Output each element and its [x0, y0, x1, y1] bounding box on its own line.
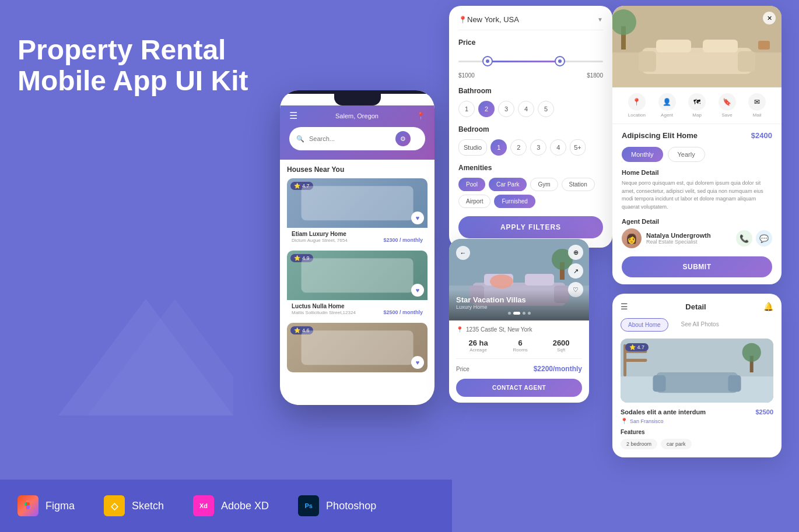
stats-row: 26 ha Acreage 6 Rooms 2600 Sqft: [456, 339, 582, 359]
bathroom-2[interactable]: 2: [478, 101, 495, 117]
houses-section-title: Houses Near You: [287, 165, 427, 174]
amenities-grid: Pool Car Park Gym Station Airport Furnis…: [458, 178, 603, 208]
price-max: $1800: [587, 72, 603, 79]
sqft-label: Sqft: [553, 347, 570, 353]
left-section: Property RentalMobile App UI Kit: [17, 35, 262, 108]
hamburger-icon[interactable]: ☰: [289, 110, 297, 121]
xd-tool: Xd Adobe XD: [193, 495, 269, 516]
property-img-3: ⭐ 4.6 ♥: [287, 323, 427, 372]
main-title: Property RentalMobile App UI Kit: [17, 35, 262, 97]
bathroom-1[interactable]: 1: [458, 101, 475, 117]
bedroom-2[interactable]: 2: [510, 139, 527, 156]
detail-location: 📍 1235 Castle St, New York: [456, 326, 582, 333]
amenity-gym[interactable]: Gym: [530, 178, 558, 191]
svg-point-10: [490, 274, 513, 288]
property-img-2: ⭐ 4.9 ♥: [287, 251, 427, 300]
rental-period-tabs: Monthly Yearly: [622, 147, 772, 162]
loc-pin-icon: 📍: [456, 326, 463, 333]
about-home-tab[interactable]: About Home: [621, 318, 668, 332]
share-btn[interactable]: ↗: [568, 263, 583, 279]
property-card-b-image: ⭐ 4.7: [621, 339, 773, 403]
amenity-pool[interactable]: Pool: [458, 178, 485, 191]
see-photos-tab[interactable]: See All Photos: [674, 318, 726, 332]
location-pin-icon: 📍: [416, 112, 425, 120]
price-slider[interactable]: [458, 52, 603, 70]
bathroom-4[interactable]: 4: [518, 101, 534, 117]
bedroom-studio[interactable]: Studio: [458, 139, 487, 156]
phone-search-bar[interactable]: 🔍 ⚙: [289, 127, 425, 150]
bedroom-1[interactable]: 1: [490, 139, 507, 156]
svg-rect-17: [738, 51, 755, 72]
figma-tool: Figma: [17, 495, 75, 516]
phone-content: Houses Near You ⭐ 4.7 ♥ Etiam Luxury Hom…: [280, 160, 434, 383]
apply-filters-button[interactable]: APPLY FILTERS: [458, 216, 603, 238]
submit-button[interactable]: SUBMIT: [622, 256, 772, 277]
property-address-1: Dictum Augue Street, 7654: [292, 238, 348, 243]
yearly-tab[interactable]: Yearly: [668, 147, 705, 162]
home-detail-text: Neque porro quisquam est, qui dolorem ip…: [622, 179, 772, 211]
amenity-furnished[interactable]: Furnished: [494, 195, 535, 208]
card-property-price: $2400: [751, 131, 772, 140]
dropdown-icon[interactable]: ▼: [597, 16, 603, 23]
favorite-btn-2[interactable]: ♥: [411, 284, 424, 297]
chat-agent-button[interactable]: 💬: [756, 230, 772, 246]
dot-4: [528, 312, 531, 315]
card-b-title-row: Sodales elit a ante interdum $2500: [621, 408, 773, 415]
close-button[interactable]: ✕: [763, 12, 776, 24]
agent-role: Real Estate Specialist: [646, 239, 731, 245]
amenities-section: Amenities Pool Car Park Gym Station Airp…: [458, 164, 603, 208]
amenity-station[interactable]: Station: [562, 178, 595, 191]
right-panel: ✕ 📍 Location 👤 Agent 🗺 Map 🔖 Save ✉ Mail: [612, 6, 782, 457]
card-b-location: San Fransisco: [630, 418, 664, 424]
xd-label: Adobe XD: [221, 500, 269, 512]
bathroom-3[interactable]: 3: [498, 101, 514, 117]
card-icons-row: 📍 Location 👤 Agent 🗺 Map 🔖 Save ✉ Mail: [612, 87, 782, 124]
contact-agent-button[interactable]: CONTACT AGENT: [456, 379, 582, 397]
mail-icon-item[interactable]: ✉ Mail: [748, 93, 766, 118]
property-card-3[interactable]: ⭐ 4.6 ♥: [287, 323, 427, 372]
stat-sqft: 2600 Sqft: [553, 339, 570, 353]
property-card-1[interactable]: ⭐ 4.7 ♥ Etiam Luxury Home Dictum Augue S…: [287, 178, 427, 246]
figma-label: Figma: [45, 500, 75, 512]
search-input[interactable]: [309, 135, 391, 142]
location-icon-item[interactable]: 📍 Location: [628, 93, 646, 118]
price-row: Price $2200/monthly: [456, 365, 582, 373]
svg-rect-16: [639, 51, 656, 72]
map-icon: 🗺: [688, 93, 706, 111]
favorite-btn-3[interactable]: ♥: [411, 356, 424, 369]
map-icon-item[interactable]: 🗺 Map: [688, 93, 706, 118]
call-agent-button[interactable]: 📞: [736, 230, 752, 246]
notification-icon[interactable]: 🔔: [763, 302, 773, 311]
amenities-label: Amenities: [458, 164, 603, 172]
svg-rect-31: [623, 359, 647, 362]
svg-rect-25: [656, 372, 738, 393]
ps-tool: Ps Photoshop: [298, 495, 376, 516]
bedroom-options: Studio 1 2 3 4 5+: [458, 139, 603, 156]
amenity-airport[interactable]: Airport: [458, 195, 490, 208]
slider-thumb-right[interactable]: [555, 56, 565, 66]
price-min: $1000: [458, 72, 475, 79]
property-card-2[interactable]: ⭐ 4.9 ♥ Luctus Nulla Home Mattis Sollici…: [287, 251, 427, 318]
bathroom-5[interactable]: 5: [538, 101, 554, 117]
menu-icon[interactable]: ☰: [621, 302, 628, 311]
map-icon-label: Map: [688, 112, 706, 118]
bedroom-4[interactable]: 4: [550, 139, 566, 156]
slider-thumb-left[interactable]: [482, 56, 493, 66]
agent-icon-item[interactable]: 👤 Agent: [658, 93, 676, 118]
save-icon-item[interactable]: 🔖 Save: [719, 93, 736, 118]
filter-panel: 📍 New York, USA ▼ Price $1000 $1800 Bath…: [449, 6, 612, 248]
back-button[interactable]: ←: [456, 246, 470, 260]
rating-badge-3: ⭐ 4.6: [290, 326, 313, 334]
favorite-btn-1[interactable]: ♥: [411, 212, 424, 224]
bedroom-5plus[interactable]: 5+: [570, 139, 586, 156]
agent-icon: 👤: [658, 93, 676, 111]
zoom-btn[interactable]: ⊕: [568, 245, 583, 260]
filter-icon[interactable]: ⚙: [395, 131, 411, 146]
svg-rect-27: [728, 375, 741, 392]
monthly-tab[interactable]: Monthly: [622, 147, 663, 162]
image-dots: [456, 312, 582, 315]
bedroom-3[interactable]: 3: [530, 139, 546, 156]
acreage-value: 26 ha: [468, 339, 488, 347]
save-icon: 🔖: [719, 93, 736, 111]
amenity-carpark[interactable]: Car Park: [489, 178, 527, 191]
